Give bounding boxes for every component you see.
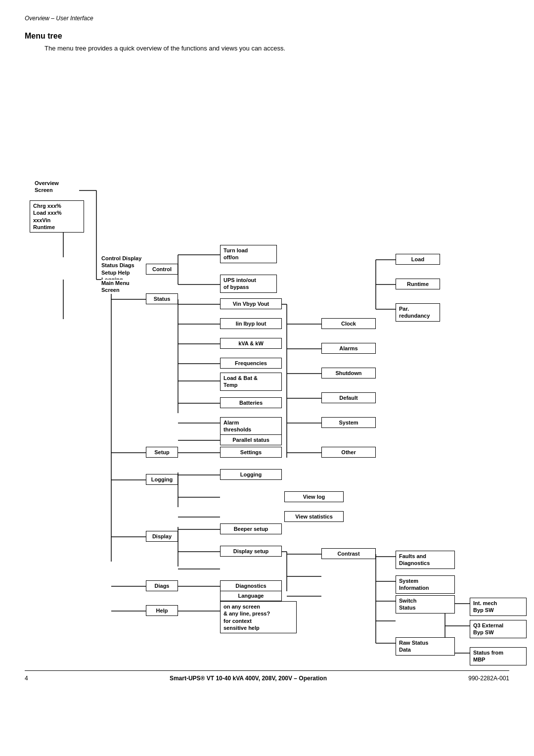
int-mech-node: Int. mech Byp SW (470, 598, 527, 616)
batteries-node: Batteries (220, 397, 282, 408)
view-statistics-node: View statistics (284, 511, 344, 522)
page-header: Overview – User Interface (25, 15, 509, 22)
status-mbp-node: Status from MBP (470, 647, 527, 665)
footer-center: Smart-UPS® VT 10-40 kVA 400V, 208V, 200V… (170, 675, 327, 682)
parallel-status-node: Parallel status (220, 434, 282, 445)
help-label-node: Help (146, 605, 178, 616)
runtime-node: Runtime (396, 279, 440, 289)
chrg-node: Chrg xxx% Load xxx% xxxVin Runtime (30, 200, 84, 233)
iin-node: Iin Ibyp Iout (220, 318, 282, 329)
main-menu-label: Main Menu Screen (101, 280, 151, 294)
switch-status-node: Switch Status (396, 595, 455, 614)
logging-inner-node: Logging (220, 469, 282, 480)
alarms-node: Alarms (321, 343, 376, 354)
setup-node: Setup (146, 447, 178, 458)
contrast-node: Contrast (321, 548, 376, 559)
page-footer: 4 Smart-UPS® VT 10-40 kVA 400V, 208V, 20… (25, 670, 509, 682)
kva-node: kVA & kW (220, 338, 282, 349)
display-setup-node: Display setup (220, 546, 282, 557)
default-node: Default (321, 392, 376, 403)
frequencies-node: Frequencies (220, 358, 282, 369)
load-node: Load (396, 254, 440, 265)
footer-left: 4 (25, 675, 28, 682)
par-redundancy-node: Par. redundancy (396, 303, 440, 322)
section-desc: The menu tree provides a quick overview … (44, 45, 509, 52)
settings-node: Settings (220, 447, 282, 458)
beeper-setup-node: Beeper setup (220, 523, 282, 534)
turn-load-node: Turn load off/on (220, 245, 277, 263)
section-title: Menu tree (25, 32, 509, 41)
language-node: Language (220, 590, 282, 601)
logging-label-node: Logging (146, 474, 178, 485)
faults-diag-node: Faults and Diagnostics (396, 551, 455, 569)
ups-bypass-node: UPS into/out of bypass (220, 275, 277, 293)
load-bat-node: Load & Bat & Temp (220, 373, 282, 391)
control-node: Control (146, 264, 178, 275)
diagnostics-node: Diagnostics (220, 580, 282, 591)
system-node: System (321, 417, 376, 428)
shutdown-node: Shutdown (321, 368, 376, 378)
overview-screen-label: Overview Screen (35, 180, 79, 194)
clock-node: Clock (321, 318, 376, 329)
other-node: Other (321, 447, 376, 458)
system-info-node: System Information (396, 575, 455, 594)
view-log-node: View log (284, 491, 344, 502)
footer-right: 990-2282A-001 (468, 675, 509, 682)
vin-node: Vin Vbyp Vout (220, 298, 282, 309)
q3-external-node: Q3 External Byp SW (470, 620, 527, 638)
alarm-thresh-node: Alarm thresholds (220, 417, 282, 435)
display-label-node: Display (146, 531, 178, 542)
help-text-node: on any screen & any line, press? for con… (220, 601, 297, 633)
raw-status-node: Raw Status Data (396, 637, 455, 656)
diags-label-node: Diags (146, 580, 178, 591)
status-node: Status (146, 293, 178, 304)
